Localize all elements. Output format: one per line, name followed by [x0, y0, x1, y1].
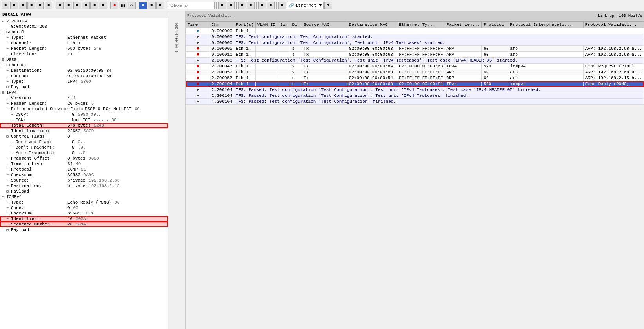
table-row[interactable]: ► 0.000000 TFS: Test configuration 'Test… — [186, 40, 644, 46]
toolbar-btn-delta[interactable]: Δ — [128, 2, 136, 9]
toolbar-btn-extra7[interactable]: ■ — [278, 2, 286, 9]
td-src: 02:00:00:00:00:84 — [347, 64, 397, 69]
td-vlan — [279, 64, 290, 69]
table-row[interactable]: ■ 0.000005 Eth 1 s Tx 02:00:00:00:00:63 … — [186, 46, 644, 52]
td-icon: ► — [186, 99, 210, 105]
col-port[interactable]: Port(s) — [234, 22, 255, 28]
tree-item-10[interactable]: ⊟Payload — [0, 84, 168, 90]
table-row[interactable]: ■ 0.000010 Eth 1 s Tx 02:00:00:00:00:63 … — [186, 52, 644, 58]
tree-item-6[interactable]: ⊟Ethernet — [0, 62, 168, 68]
td-info — [255, 28, 644, 34]
toolbar-btn-extra4[interactable]: ■ — [247, 2, 255, 9]
td-time: 0.000000 — [210, 34, 234, 40]
toolbar-btn-3[interactable]: ■ — [19, 2, 27, 9]
table-row[interactable]: ■ 2.200052 Eth 1 s Tx 02:00:00:00:00:63 … — [186, 69, 644, 75]
col-valid[interactable]: Protocol Validati... — [583, 22, 644, 28]
col-sim[interactable]: Sim — [279, 22, 290, 28]
expand-icon-29[interactable]: ⊟ — [6, 189, 11, 194]
tree-item-33: −Checksum:65505FFE1 — [0, 211, 168, 216]
col-pktlen[interactable]: Packet Len... — [445, 22, 482, 28]
col-src-mac[interactable]: Source MAC — [302, 22, 347, 28]
toolbar-btn-7[interactable]: ■ — [56, 2, 64, 9]
tree-item-0[interactable]: ⊟General — [0, 29, 168, 35]
sep3 — [137, 2, 137, 9]
td-proto: arp — [508, 46, 583, 52]
tree-item-36[interactable]: ⊟Payload — [0, 227, 168, 233]
td-proto: icmpv4 — [508, 64, 583, 69]
col-chn[interactable]: Chn — [210, 22, 234, 28]
tree-item-29[interactable]: ⊟Payload — [0, 189, 168, 194]
table-row[interactable]: ■ 2.200104 Eth 1 s Tx 02:00:00:00:00:68 … — [186, 81, 644, 87]
tree-item-30[interactable]: ⊟ICMPv4 — [0, 194, 168, 200]
search-input[interactable] — [168, 2, 215, 9]
table-row[interactable]: ► 2.200104 TFS: Passed: Test configurati… — [186, 87, 644, 93]
td-dst: FF:FF:FF:FF:FF:FF — [397, 52, 445, 58]
toolbar-btn-12[interactable]: ■ — [99, 2, 107, 9]
toolbar-btn-pause[interactable]: ▮▮ — [119, 2, 127, 9]
table-row[interactable]: ► 2.200104 TFS: Passed: Test configurati… — [186, 93, 644, 99]
packet-table-wrapper[interactable]: Time Chn Port(s) VLAN ID Sim Dir Source … — [186, 21, 644, 329]
toolbar-btn-extra6[interactable]: ■ — [267, 2, 275, 9]
toolbar-btn-1[interactable]: ■ — [2, 2, 9, 9]
td-interp: ARP: 192.168.2.68 a... — [583, 46, 644, 52]
table-row[interactable]: ■ 2.200057 Eth 1 s Tx 02:00:00:00:00:54 … — [186, 75, 644, 81]
toolbar-btn-8[interactable]: ■ — [65, 2, 72, 9]
td-dst: FF:FF:FF:FF:FF:FF — [397, 69, 445, 75]
toolbar-btn-extra1[interactable]: ■ — [218, 2, 226, 9]
table-row[interactable]: ■ 2.200047 Eth 1 s Tx 02:00:00:00:00:84 … — [186, 64, 644, 69]
col-dst-mac[interactable]: Destination MAC — [347, 22, 397, 28]
col-interp[interactable]: Protocol Interpretati... — [508, 22, 583, 28]
td-chn: Eth 1 — [234, 69, 255, 75]
toolbar-btn-extra3[interactable]: ■ — [238, 2, 246, 9]
expand-icon-0[interactable]: ⊟ — [2, 30, 6, 35]
tree-item-7: −Destination:02:00:00:00:00:84 — [0, 68, 168, 73]
td-interp: ARP: 192.168.2.68 a... — [583, 69, 644, 75]
tree-item-11[interactable]: ⊟IPv4 — [0, 90, 168, 95]
tree-item-5[interactable]: ⊟Data — [0, 57, 168, 62]
expand-icon-6[interactable]: ⊟ — [2, 63, 6, 67]
table-row[interactable]: ● 0.000000 Eth 1 — [186, 28, 644, 34]
toolbar-btn-view1[interactable]: ■ — [139, 2, 147, 9]
toolbar-btn-extra5[interactable]: ■ — [258, 2, 266, 9]
toolbar-btn-view2[interactable]: ■ — [148, 2, 156, 9]
td-proto: icmpv4 — [508, 81, 583, 87]
col-vlan[interactable]: VLAN ID — [255, 22, 279, 28]
td-tfs: TFS: Passed: Test configuration 'Test Co… — [234, 93, 644, 99]
ethernet-dropdown[interactable]: 🔗 Ethernet ▼ — [287, 2, 324, 9]
table-row[interactable]: ► 2.000000 TFS: Test configuration 'Test… — [186, 58, 644, 64]
table-row[interactable]: ► 0.000000 TFS: Test configuration 'Test… — [186, 34, 644, 40]
column-header-row: Time Chn Port(s) VLAN ID Sim Dir Source … — [186, 22, 644, 28]
td-interp: Echo Reply (PONG) — [583, 81, 644, 87]
td-icon: ■ — [186, 46, 210, 52]
toolbar-btn-6[interactable]: ■ — [45, 2, 52, 9]
expand-icon-30[interactable]: ⊟ — [2, 194, 6, 199]
toolbar-btn-extra2[interactable]: ■ — [227, 2, 235, 9]
toolbar-btn-10[interactable]: ■ — [82, 2, 90, 9]
expand-icon-5[interactable]: ⊟ — [2, 57, 6, 62]
table-row[interactable]: ► 4.200104 TFS: Passed: Test configurati… — [186, 99, 644, 105]
td-vlan — [279, 69, 290, 75]
col-etype[interactable]: Ethernet Ty... — [397, 22, 445, 28]
col-time[interactable]: Time — [186, 22, 210, 28]
td-icon: ■ — [186, 81, 210, 87]
tree-item-19[interactable]: ⊟Control Flags0 — [0, 134, 168, 139]
toolbar-btn-5[interactable]: ■ — [36, 2, 44, 9]
expand-icon-11[interactable]: ⊟ — [2, 90, 6, 95]
toolbar-btn-stop[interactable]: ■ — [110, 2, 118, 9]
expand-icon-19[interactable]: ⊟ — [6, 134, 11, 139]
toolbar-btn-9[interactable]: ■ — [73, 2, 81, 9]
toolbar-btn-11[interactable]: ■ — [90, 2, 98, 9]
toolbar-btn-view3[interactable]: ■ — [156, 2, 164, 9]
toolbar-btn-extra8[interactable]: ▼ — [324, 2, 332, 9]
toolbar-btn-4[interactable]: ■ — [27, 2, 35, 9]
td-etype: ARP — [445, 69, 482, 75]
td-time: 2.000000 — [210, 58, 234, 64]
toolbar-btn-2[interactable]: ■ — [10, 2, 18, 9]
col-dir[interactable]: Dir — [290, 22, 302, 28]
sep1 — [54, 2, 54, 9]
col-proto[interactable]: Protocol — [482, 22, 508, 28]
td-icon: ■ — [186, 75, 210, 81]
expand-icon-10[interactable]: ⊟ — [6, 85, 11, 89]
expand-icon-36[interactable]: ⊟ — [6, 227, 11, 232]
timing-label: 0:00:00:04.200 — [175, 23, 179, 53]
